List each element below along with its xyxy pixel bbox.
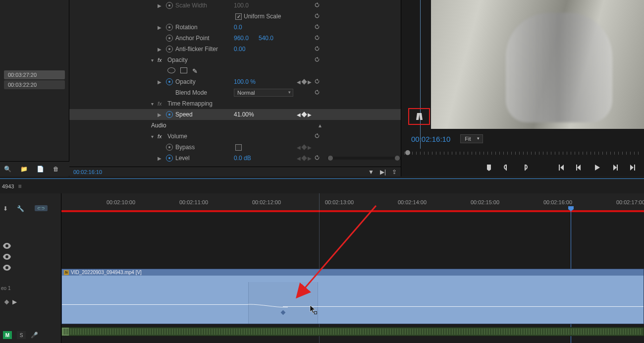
timeline-ruler[interactable]: 00:02:10:00 00:02:11:00 00:02:12:00 00:0… <box>61 193 644 212</box>
reset-icon[interactable] <box>314 89 322 97</box>
program-timecode[interactable]: 00:02:16:10 <box>411 135 450 143</box>
speed-rubber-band[interactable] <box>62 304 248 305</box>
speed-label: Speed <box>175 111 193 118</box>
effect-playhead[interactable] <box>420 0 421 152</box>
speed-rubber-band[interactable] <box>283 306 644 307</box>
new-bin-icon[interactable]: 📁 <box>20 166 28 172</box>
clip-out-timecode[interactable]: 00:03:22:20 <box>4 80 65 89</box>
reset-icon[interactable] <box>314 56 322 64</box>
filter-icon[interactable]: ▼ <box>368 169 374 175</box>
go-to-out-button[interactable] <box>628 163 637 172</box>
twirl-icon[interactable]: ▶ <box>156 47 163 52</box>
reset-icon[interactable] <box>314 78 322 86</box>
step-back-button[interactable] <box>575 163 584 172</box>
keyframe-nav[interactable]: ◀▶ <box>297 156 312 161</box>
reset-icon[interactable] <box>314 23 322 31</box>
voice-over-icon[interactable]: 🎤 <box>31 332 38 339</box>
add-marker-button[interactable] <box>484 163 493 172</box>
twirl-icon[interactable]: ▶ <box>156 156 163 161</box>
track-keyframe-toggle[interactable]: ▶ <box>5 298 17 305</box>
reset-icon[interactable] <box>314 45 322 53</box>
uniform-scale-checkbox[interactable] <box>235 13 242 20</box>
clip-body[interactable] <box>62 276 644 324</box>
twirl-icon[interactable]: ▾ <box>149 101 156 107</box>
export-icon[interactable]: ⇪ <box>392 169 397 175</box>
speed-keyframe-edge[interactable] <box>318 282 318 324</box>
stopwatch-icon[interactable] <box>166 78 173 85</box>
scrubber-handle[interactable] <box>405 150 410 155</box>
rect-mask-icon[interactable] <box>180 67 187 73</box>
pen-mask-icon[interactable]: ✎ <box>192 67 198 75</box>
reset-icon[interactable] <box>314 34 322 42</box>
step-forward-button[interactable] <box>610 163 619 172</box>
twirl-icon[interactable]: ▾ <box>149 134 156 139</box>
twirl-icon[interactable]: ▶ <box>156 25 163 30</box>
anchor-y-value[interactable]: 540.0 <box>259 35 273 42</box>
wrench-icon[interactable]: 🔧 <box>17 205 24 212</box>
new-item-icon[interactable]: 📄 <box>37 166 44 172</box>
zoom-select[interactable]: Fit <box>460 134 483 143</box>
linked-selection-badge[interactable]: ⊂⊃ <box>35 205 48 211</box>
twirl-icon[interactable]: ▶ <box>156 112 163 117</box>
twirl-icon[interactable]: ▾ <box>149 57 156 63</box>
eye-icon[interactable] <box>3 243 11 249</box>
audio-clip[interactable] <box>61 327 644 336</box>
speed-curve[interactable] <box>248 302 288 309</box>
collapse-icon[interactable]: ▴ <box>319 122 322 129</box>
play-only-icon[interactable]: ▶| <box>380 169 386 175</box>
clip-in-timecode[interactable]: 00:03:27:20 <box>4 70 65 79</box>
video-clip[interactable]: fx VID_20220903_094943.mp4 [V] <box>61 269 644 324</box>
sequence-tab[interactable]: 4943 ≡ <box>0 178 644 193</box>
effect-timeline[interactable] <box>327 0 401 167</box>
mark-in-button[interactable] <box>502 163 511 172</box>
blend-mode-select[interactable]: Normal <box>234 89 293 97</box>
play-button[interactable] <box>592 163 601 172</box>
insert-icon[interactable]: ⬇ <box>3 205 8 212</box>
keyframe-nav[interactable]: ◀▶ <box>297 145 312 150</box>
ellipse-mask-icon[interactable] <box>167 67 175 73</box>
reset-icon[interactable] <box>314 154 322 162</box>
search-icon[interactable]: 🔍 <box>4 166 11 172</box>
bypass-checkbox[interactable] <box>235 144 242 151</box>
eye-icon[interactable] <box>3 254 11 260</box>
level-value[interactable]: 0.0 dB <box>234 155 251 162</box>
fx-badge-icon[interactable]: fx <box>158 133 162 139</box>
reset-icon[interactable] <box>314 132 322 140</box>
scroll-thumb-left[interactable] <box>328 156 333 161</box>
reset-icon[interactable] <box>314 1 322 9</box>
solo-button[interactable]: S <box>17 331 26 339</box>
speed-keyframe-icon[interactable] <box>417 113 422 120</box>
stopwatch-icon[interactable] <box>166 2 173 9</box>
reset-icon[interactable] <box>314 12 322 20</box>
fx-badge-icon[interactable]: fx <box>158 57 162 63</box>
stopwatch-icon[interactable] <box>166 111 173 118</box>
effect-scrollbar[interactable] <box>327 157 401 160</box>
panel-menu-icon[interactable]: ≡ <box>18 183 21 190</box>
timeline-tracks[interactable]: 00:02:10:00 00:02:11:00 00:02:12:00 00:0… <box>61 193 644 343</box>
keyframe-nav[interactable]: ◀▶ <box>297 79 312 85</box>
delete-icon[interactable]: 🗑 <box>53 166 59 172</box>
keyframe-nav[interactable]: ◀▶ <box>297 112 312 117</box>
go-to-in-button[interactable] <box>557 163 566 172</box>
eye-icon[interactable] <box>3 265 11 271</box>
rotation-value[interactable]: 0.0 <box>234 24 242 31</box>
twirl-icon[interactable]: ▶ <box>156 3 163 8</box>
effect-timecode[interactable]: 00:02:16:10 <box>73 169 102 175</box>
opacity-value[interactable]: 100.0 % <box>234 78 256 85</box>
stopwatch-icon[interactable] <box>166 144 173 151</box>
mark-out-button[interactable] <box>520 163 529 172</box>
scroll-thumb-right[interactable] <box>395 156 400 161</box>
twirl-icon[interactable]: ▶ <box>156 79 163 85</box>
stopwatch-icon[interactable] <box>166 24 173 31</box>
stopwatch-icon[interactable] <box>166 46 173 53</box>
anchor-x-value[interactable]: 960.0 <box>234 35 249 42</box>
mute-button[interactable]: M <box>3 331 12 339</box>
video-preview[interactable] <box>431 0 644 129</box>
stopwatch-icon[interactable] <box>166 35 173 42</box>
stopwatch-icon[interactable] <box>166 155 173 162</box>
program-scrubber[interactable] <box>404 149 641 159</box>
scale-width-value[interactable]: 100.0 <box>234 2 249 9</box>
antiflicker-value[interactable]: 0.00 <box>234 46 245 53</box>
speed-value[interactable]: 41.00% <box>234 111 254 118</box>
preview-frame <box>431 0 644 129</box>
